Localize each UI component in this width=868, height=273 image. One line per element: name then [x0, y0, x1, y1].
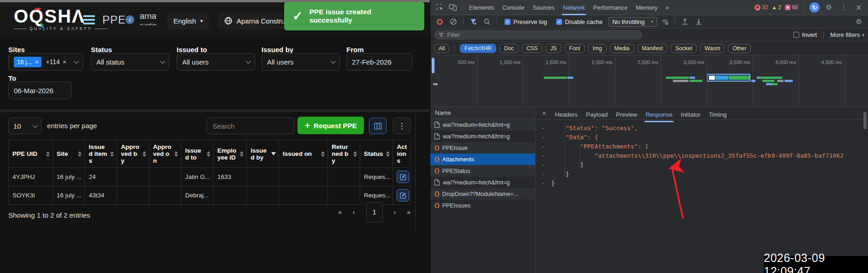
tab-memory[interactable]: Memory	[632, 0, 662, 15]
request-row[interactable]: {}Attachments	[430, 154, 535, 165]
site-chip[interactable]: 16 j... ×	[14, 57, 42, 67]
edit-issue-button[interactable]	[397, 171, 409, 183]
chip-fetch-xhr[interactable]: Fetch/XHR	[460, 44, 496, 53]
network-filter-input-pill[interactable]	[434, 30, 642, 40]
fold-marker[interactable]: -	[535, 160, 551, 170]
waterfall-bar[interactable]	[690, 77, 695, 79]
tab-network[interactable]: Network	[559, 0, 589, 15]
table-menu-button[interactable]: ⋮	[393, 118, 410, 134]
chip-font[interactable]: Font	[565, 44, 585, 53]
column-header-site[interactable]: Site	[53, 140, 85, 168]
chip-wasm[interactable]: Wasm	[700, 44, 725, 53]
waterfall-bar[interactable]	[772, 83, 778, 85]
language-selector[interactable]: English ▾	[167, 12, 209, 29]
current-page-button[interactable]: 1	[366, 202, 383, 222]
more-filters-button[interactable]: More filters ▾	[830, 31, 864, 38]
last-page-button[interactable]: »	[407, 208, 410, 216]
fold-marker[interactable]: -	[535, 124, 551, 133]
chip-all[interactable]: All	[434, 44, 449, 53]
hamburger-menu-icon[interactable]	[83, 15, 95, 26]
waterfall-bar[interactable]	[766, 83, 773, 85]
device-toolbar-icon[interactable]	[447, 2, 459, 13]
chip-img[interactable]: Img	[588, 44, 606, 53]
column-visibility-button[interactable]	[369, 118, 386, 134]
waterfall-bar[interactable]	[567, 77, 573, 79]
column-header-status[interactable]: Status	[360, 140, 393, 168]
extension-icon[interactable]: ↻	[809, 2, 820, 12]
request-ppe-button[interactable]: + Request PPE	[297, 117, 364, 134]
waterfall-bar[interactable]	[785, 80, 793, 82]
request-row[interactable]: wa/?medium=fetch&fmt=g	[430, 131, 535, 142]
toast-notification[interactable]: ✓ PPE issue created successfully	[284, 2, 424, 30]
selected-request-bar[interactable]	[707, 74, 750, 82]
request-row[interactable]: wa/?medium=fetch&fmt=g	[430, 177, 535, 188]
status-filter-select[interactable]: All status	[91, 53, 169, 71]
fold-marker[interactable]: -	[535, 142, 551, 151]
chip-manifest[interactable]: Manifest	[637, 44, 667, 53]
tab-performance[interactable]: Performance	[589, 0, 631, 15]
waterfall-bar[interactable]	[544, 77, 567, 79]
fold-marker[interactable]: -	[535, 133, 551, 142]
timeline-handle[interactable]	[432, 58, 434, 73]
column-header-issued-items[interactable]: Issued items	[85, 140, 117, 168]
remove-more-sites-icon[interactable]: ×	[63, 59, 66, 65]
sites-filter-select[interactable]: 16 j... × +114 ×	[8, 53, 83, 71]
network-conditions-icon[interactable]	[659, 16, 671, 27]
column-header-employee-id[interactable]: Employee ID	[214, 140, 247, 168]
to-date-input[interactable]: 06-Mar-2026	[8, 82, 71, 99]
search-input[interactable]	[207, 118, 294, 134]
waterfall-bar[interactable]	[666, 77, 689, 79]
more-panels-icon[interactable]: »	[663, 4, 672, 11]
devtools-menu-icon[interactable]: ⋮	[838, 3, 850, 12]
column-header-ppe-uid[interactable]: PPE UID	[9, 140, 53, 168]
warning-badge[interactable]: ▲ 2	[772, 4, 781, 11]
tab-console[interactable]: Console	[498, 0, 529, 15]
page-size-select[interactable]: 10	[8, 118, 42, 134]
first-page-button[interactable]: «	[338, 208, 342, 216]
column-header-approved-by[interactable]: Approved by	[117, 140, 149, 168]
name-column-header[interactable]: Name	[430, 107, 535, 119]
preserve-log-checkbox[interactable]: ✓ Preserve log	[505, 18, 547, 25]
response-scrollbar[interactable]	[863, 112, 867, 129]
fold-marker[interactable]: -	[535, 170, 551, 179]
waterfall-bar[interactable]	[762, 80, 774, 82]
chip-doc[interactable]: Doc	[499, 44, 518, 53]
error-badge[interactable]: ✕ 32	[755, 4, 768, 11]
export-har-icon[interactable]	[693, 16, 705, 27]
network-overview-timeline[interactable]: 500 ms1,000 ms1,500 ms2,000 ms2,500 ms3,…	[430, 55, 868, 107]
fold-marker[interactable]: -	[535, 151, 551, 160]
search-icon[interactable]	[481, 16, 493, 27]
clear-network-log-icon[interactable]	[447, 16, 459, 27]
issues-badge[interactable]: 68	[785, 4, 798, 11]
close-devtools-icon[interactable]: ×	[853, 3, 864, 12]
settings-gear-icon[interactable]: ⚙	[823, 3, 834, 12]
invert-filter-checkbox[interactable]: Invert	[793, 31, 817, 38]
request-row[interactable]: {}PPEStatus	[430, 165, 535, 177]
chip-css[interactable]: CSS	[522, 44, 542, 53]
remove-site-icon[interactable]: ×	[35, 59, 39, 65]
waterfall-bar[interactable]	[690, 80, 702, 82]
tab-elements[interactable]: Elements	[465, 0, 498, 15]
chip-js[interactable]: JS	[546, 44, 561, 53]
issued-to-filter-select[interactable]: All users	[177, 53, 255, 71]
waterfall-bar[interactable]	[759, 77, 782, 79]
network-settings-gear-icon[interactable]: ⚙	[854, 18, 864, 26]
column-header-issued-by[interactable]: Issued by	[247, 140, 279, 168]
fold-marker[interactable]: -	[535, 179, 551, 188]
request-row[interactable]: {}PPEIssue	[430, 142, 535, 154]
request-row[interactable]: {}PPEIssues	[430, 200, 535, 211]
chip-other[interactable]: Other	[728, 44, 751, 53]
request-row[interactable]: wa/?medium=fetch&fmt=g	[430, 119, 535, 131]
prev-page-button[interactable]: ‹	[353, 208, 355, 216]
edit-issue-button[interactable]	[397, 189, 409, 202]
column-header-issued-on[interactable]: Issued on	[279, 140, 328, 168]
waterfall-bar[interactable]	[673, 80, 689, 82]
network-filter-input[interactable]	[447, 32, 638, 38]
next-page-button[interactable]: ›	[394, 208, 396, 216]
waterfall-bar[interactable]	[777, 80, 784, 82]
request-row[interactable]: {}DropDown??ModuleName=...	[430, 188, 535, 200]
from-date-input[interactable]: 27-Feb-2026	[346, 53, 412, 71]
inspect-element-icon[interactable]	[434, 2, 446, 13]
waterfall-bar[interactable]	[433, 83, 438, 85]
issued-by-filter-select[interactable]: All users	[262, 53, 340, 71]
